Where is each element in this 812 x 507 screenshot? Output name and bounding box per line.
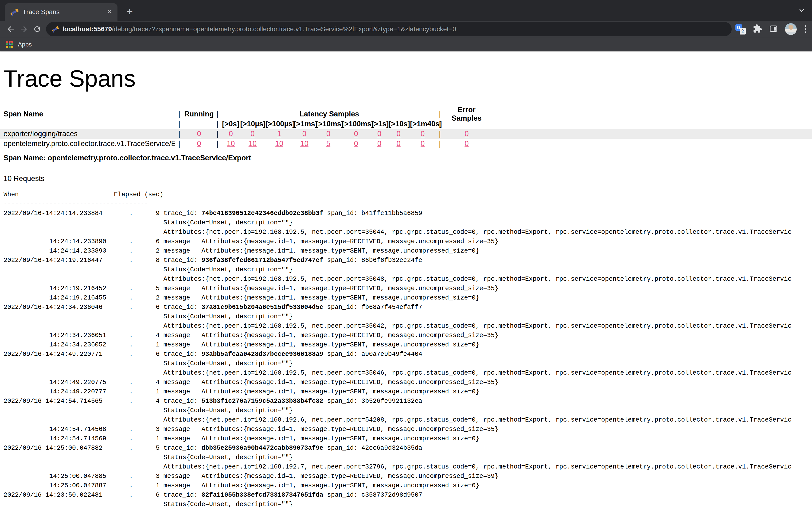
message-line: 14:24:19.216455 . 2 message Attributes:{… [4, 293, 812, 302]
span-id-value: span_id: 86b6f6fb32ec24fe [323, 257, 422, 264]
bucket-count-link[interactable]: 0 [377, 139, 381, 148]
message-line: 14:25:00.047885 . 3 message Attributes:{… [4, 471, 812, 481]
bucket-count-link[interactable]: 0 [302, 129, 306, 138]
tab-title: Trace Spans [22, 8, 107, 16]
col-divider: | [175, 110, 184, 118]
message-line: 14:24:34.236052 . 1 message Attributes:{… [4, 340, 812, 349]
browser-toolbar: localhost:55679/debug/tracez?zspanname=o… [0, 21, 812, 38]
bucket-label: [>100µs] [265, 120, 293, 128]
bucket-count-link[interactable]: 1 [277, 129, 281, 138]
attributes-line: Attributes:{net.peer.ip=192.168.192.5, n… [4, 368, 812, 378]
message-line: 14:25:00.047887 . 1 message Attributes:{… [4, 481, 812, 490]
col-divider: | [175, 129, 184, 138]
forward-button[interactable] [17, 22, 31, 36]
request-when: 2022/09/16-14:24:19.216447 . 8 trace_id: [4, 257, 202, 264]
bucket-count-link[interactable]: 10 [249, 139, 257, 148]
request-line: 2022/09/16-14:24:34.236046 . 6 trace_id:… [4, 302, 812, 312]
running-count-link[interactable]: 0 [197, 129, 201, 138]
bucket-label: [>100ms] [342, 120, 370, 128]
url-path: /debug/tracez?zspanname=opentelemetry.pr… [112, 25, 456, 33]
browser-tab[interactable]: Trace Spans ✕ [5, 3, 117, 21]
apps-grid-icon[interactable] [6, 41, 13, 48]
message-line: 14:24:19.216452 . 5 message Attributes:{… [4, 284, 812, 293]
request-when: 2022/09/16-14:24:34.236046 . 6 trace_id: [4, 304, 202, 311]
url-bar[interactable]: localhost:55679/debug/tracez?zspanname=o… [46, 22, 732, 36]
bucket-label: [>10ms] [316, 120, 341, 128]
col-divider: | [214, 120, 220, 128]
bucket-count-link[interactable]: 5 [326, 139, 331, 148]
message-line: 14:24:49.220777 . 1 message Attributes:{… [4, 387, 812, 396]
bucket-label: [>10s] [389, 120, 409, 128]
site-favicon-icon [51, 25, 59, 33]
apps-bookmark[interactable]: Apps [18, 41, 32, 48]
trace-id-value: 93abb5afcaa0428d37bccee9366188a9 [202, 351, 323, 358]
log-column-header: When Elapsed (sec) [4, 190, 812, 199]
col-divider: | [214, 139, 220, 148]
status-line: Status{Code=Unset, description=""} [4, 312, 812, 321]
message-line: 14:24:14.233893 . 2 message Attributes:{… [4, 246, 812, 256]
bucket-count-link[interactable]: 0 [229, 129, 233, 138]
tab-search-chevron-icon[interactable] [798, 6, 806, 15]
col-divider: | [214, 110, 220, 118]
log-separator: -------------------------------------- [4, 199, 812, 209]
bucket-label: [>1m40s] [410, 120, 436, 128]
col-divider: | [175, 120, 184, 128]
tab-strip: Trace Spans ✕ + [0, 0, 812, 21]
bookmarks-bar: Apps [0, 38, 812, 51]
running-count-link[interactable]: 0 [197, 139, 201, 148]
table-header-row: Span Name | Running | Latency Samples | … [0, 109, 812, 119]
span-id-value: span_id: 42ec6a9d324b35da [323, 445, 422, 452]
page-title: Trace Spans [3, 66, 812, 91]
trace-id-value: 513b3f1c276a7159c5a2a33b88b4fc82 [202, 398, 323, 405]
tab-close-icon[interactable]: ✕ [107, 9, 112, 15]
bucket-count-link[interactable]: 0 [250, 129, 254, 138]
new-tab-button[interactable]: + [123, 5, 136, 18]
bucket-label: [>1s] [371, 120, 388, 128]
browser-menu-icon[interactable] [804, 25, 808, 33]
reload-button[interactable] [31, 22, 44, 36]
bucket-count-link[interactable]: 0 [420, 129, 424, 138]
status-line: Status{Code=Unset, description=""} [4, 359, 812, 368]
profile-avatar[interactable] [785, 23, 797, 35]
bucket-count-link[interactable]: 10 [300, 139, 308, 148]
request-line: 2022/09/16-14:23:50.022481 . 6 trace_id:… [4, 490, 812, 500]
back-button[interactable] [4, 22, 17, 36]
bucket-count-link[interactable]: 10 [227, 139, 235, 148]
extensions-puzzle-icon[interactable] [753, 24, 762, 34]
status-line: Status{Code=Unset, description=""} [4, 453, 812, 462]
attributes-line: Attributes:{net.peer.ip=192.168.192.5, n… [4, 227, 812, 237]
request-line: 2022/09/16-14:25:00.047882 . 5 trace_id:… [4, 443, 812, 453]
error-count-link[interactable]: 0 [464, 129, 468, 138]
col-divider: | [437, 110, 443, 118]
error-count-link[interactable]: 0 [464, 139, 468, 148]
col-running: Running [184, 110, 214, 118]
trace-id-value: 936fa38fcfed661712ba547f5ed747cf [202, 257, 323, 264]
page-content: Trace Spans Span Name | Running | Latenc… [0, 66, 812, 507]
span-name-cell: exporter/logging/traces [0, 129, 175, 138]
translate-icon[interactable]: G文 [735, 24, 746, 35]
col-latency-samples: Latency Samples [220, 110, 437, 118]
message-line: 14:24:49.220775 . 4 message Attributes:{… [4, 378, 812, 387]
span-id-value: span_id: a90a7e9b49fe4404 [323, 351, 422, 358]
bucket-label: [>0s] [222, 120, 239, 128]
bucket-count-link[interactable]: 10 [275, 139, 283, 148]
bucket-count-link[interactable]: 0 [397, 139, 401, 148]
bucket-count-link[interactable]: 0 [354, 129, 358, 138]
side-panel-icon[interactable] [769, 24, 778, 34]
request-when: 2022/09/16-14:24:14.233884 . 9 trace_id: [4, 210, 202, 217]
request-when: 2022/09/16-14:25:00.047882 . 5 trace_id: [4, 445, 202, 452]
bucket-count-link[interactable]: 0 [354, 139, 358, 148]
trace-id-value: dbb35e25936a90b4472cabb89073af9e [202, 445, 323, 452]
span-name-cell: opentelemetry.proto.collector.trace.v1.T… [0, 139, 175, 148]
telescope-favicon-icon [10, 8, 18, 16]
bucket-count-link[interactable]: 0 [420, 139, 424, 148]
request-when: 2022/09/16-14:24:54.714565 . 4 trace_id: [4, 398, 202, 405]
bucket-count-link[interactable]: 0 [377, 129, 381, 138]
trace-id-value: 74be418390512c42346cddb02e38bb3f [202, 210, 323, 217]
bucket-count-link[interactable]: 0 [326, 129, 331, 138]
bucket-count-link[interactable]: 0 [397, 129, 401, 138]
message-line: 14:24:34.236051 . 4 message Attributes:{… [4, 331, 812, 340]
bucket-label: [>10µs] [240, 120, 264, 128]
span-id-value: span_id: fb68a7f454efaff7 [323, 304, 422, 311]
request-when: 2022/09/16-14:24:49.220771 . 6 trace_id: [4, 351, 202, 358]
